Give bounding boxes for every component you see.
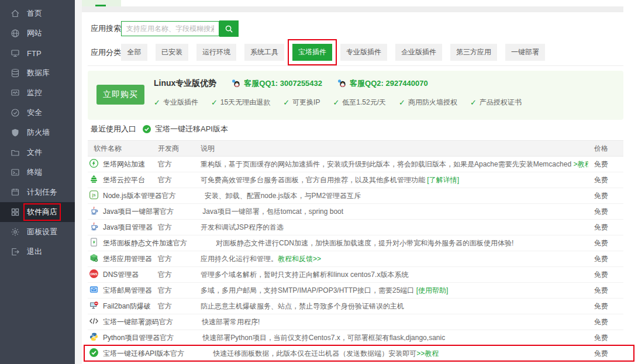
banner-title-row: Linux专业版优势 客服QQ1: 3007255432客服QQ2: 29274… bbox=[154, 78, 428, 89]
plugin-name-cell: 堡塔网站加速 bbox=[88, 158, 158, 170]
table-row[interactable]: Fail2ban防爆破官方防止恶意主机爆破服务、站点，禁止导致多个身份验证错误的… bbox=[88, 299, 623, 314]
plugin-developer: 官方 bbox=[158, 223, 201, 233]
active-tab-remnant[interactable] bbox=[82, 0, 121, 6]
banner-title: Linux专业版优势 bbox=[154, 78, 216, 89]
feature-label: 专业版插件 bbox=[163, 98, 198, 108]
category-system-tools[interactable]: 系统工具 bbox=[244, 44, 284, 61]
description-link[interactable]: 教程和反馈>> bbox=[278, 255, 321, 263]
feature-label: 产品授权证书 bbox=[480, 98, 522, 108]
sidebar-item-website[interactable]: 网站 bbox=[0, 23, 75, 43]
main-content: 应用搜索 应用分类 全部已安装运行环境系统工具宝塔插件专业版插件企业版插件第三方… bbox=[82, 0, 638, 364]
banner-feature-row: ✓专业版插件✓15天无理由退款✓可更换IP✓低至1.52元/天✓商用防火墙授权✓… bbox=[154, 98, 522, 108]
plugin-developer: 官方 bbox=[158, 286, 201, 296]
table-row[interactable]: Python项目管理器官方快速部署Python项目，当前仅支持Centos7.x… bbox=[88, 330, 623, 346]
category-enterprise-plugin[interactable]: 企业版插件 bbox=[395, 44, 442, 61]
plugin-name-cell: 宝塔一键迁移API版本 bbox=[88, 348, 170, 359]
dns-icon: DNS bbox=[89, 269, 99, 280]
qq-contact[interactable]: 客服QQ2: 2927440070 bbox=[337, 78, 428, 89]
table-row[interactable]: Java项目一键部署官方Java项目一键部署，包括tomcat，spring b… bbox=[88, 204, 623, 220]
speed-icon bbox=[89, 158, 99, 170]
sidebar-item-logout[interactable]: 退出 bbox=[0, 242, 75, 262]
sidebar-item-label: 文件 bbox=[27, 147, 42, 158]
description-text: 开发和调试JSP程序的首选 bbox=[201, 223, 284, 231]
category-bt-plugin[interactable]: 宝塔插件 bbox=[292, 44, 332, 61]
plugin-name-cell: Java项目管理器 bbox=[88, 221, 158, 233]
check-icon: ✓ bbox=[470, 98, 477, 107]
sidebar-scrollbar[interactable] bbox=[75, 0, 82, 364]
plugin-description: 防止恶意主机爆破服务、站点，禁止导致多个身份验证错误的主机 bbox=[201, 301, 588, 311]
table-row[interactable]: 宝塔一键迁移API版本官方快速迁移面板数据，此版本仅在迁出机器（发送数据端）安装… bbox=[88, 346, 623, 362]
plugin-developer: 官方 bbox=[158, 254, 201, 264]
feature-label: 低至1.52元/天 bbox=[342, 98, 386, 108]
files-icon bbox=[11, 148, 20, 157]
plugin-name-cell: Java项目一键部署 bbox=[88, 206, 160, 217]
category-one-click-deploy[interactable]: 一键部署 bbox=[505, 44, 545, 61]
mail-icon bbox=[89, 285, 99, 296]
plugin-name: Python项目管理器 bbox=[103, 333, 160, 343]
table-row[interactable]: 宝塔一键部署源码官方快速部署常用程序!免费 bbox=[88, 314, 623, 330]
sidebar-item-label: FTP bbox=[27, 49, 42, 58]
plugin-name: 宝塔一键部署源码 bbox=[103, 317, 159, 327]
description-link[interactable]: >>教程 bbox=[416, 349, 439, 358]
table-row[interactable]: Java项目管理器官方开发和调试JSP程序的首选免费 bbox=[88, 220, 623, 235]
sidebar-item-label: 网站 bbox=[27, 28, 42, 39]
sidebar-item-panel-settings[interactable]: 面板设置 bbox=[0, 222, 75, 242]
bt-panel-app: 首页网站FTP数据库监控安全防火墙文件终端计划任务软件商店面板设置退出 应用搜索… bbox=[0, 0, 638, 364]
category-installed[interactable]: 已安装 bbox=[156, 44, 188, 61]
check-icon: ✓ bbox=[154, 98, 160, 107]
plugin-developer: 官方 bbox=[159, 317, 202, 327]
qq-contact[interactable]: 客服QQ1: 3007255432 bbox=[232, 78, 322, 89]
description-link[interactable]: [了解详情] bbox=[425, 176, 459, 184]
plugin-developer: 官方 bbox=[160, 207, 202, 217]
plugin-description: 快速部署Python项目，当前仅支持Centos7.x，可部署框架有flask,… bbox=[202, 333, 588, 343]
recent-entry-text: 宝塔一键迁移API版本 bbox=[155, 124, 228, 134]
category-runtime[interactable]: 运行环境 bbox=[196, 44, 236, 61]
recent-entry-item[interactable]: 宝塔一键迁移API版本 bbox=[142, 124, 228, 134]
terminal-icon bbox=[11, 168, 20, 177]
feature-label: 可更换IP bbox=[292, 98, 320, 108]
plugin-price: 免费 bbox=[588, 286, 623, 296]
plugin-price: 免费 bbox=[588, 175, 623, 185]
sidebar-item-app-store[interactable]: 软件商店 bbox=[0, 202, 75, 222]
sidebar-item-security[interactable]: 安全 bbox=[0, 103, 75, 123]
sidebar-item-label: 数据库 bbox=[27, 68, 50, 78]
description-link[interactable]: [使用帮助] bbox=[414, 286, 448, 294]
table-row[interactable]: jsNode.js版本管理器官方安装、卸载、配置node.js版本，与PM2管理… bbox=[88, 188, 623, 204]
sidebar-item-ftp[interactable]: FTP bbox=[0, 43, 75, 63]
sidebar-item-monitor[interactable]: 监控 bbox=[0, 83, 75, 103]
table-row[interactable]: 堡塔应用管理器官方应用持久化运行和管理。教程和反馈>>免费 bbox=[88, 251, 623, 267]
plugin-price: 免费 bbox=[588, 191, 623, 201]
plugin-price: 免费 bbox=[588, 333, 623, 343]
category-third-party[interactable]: 第三方应用 bbox=[450, 44, 497, 61]
sidebar-item-home[interactable]: 首页 bbox=[0, 4, 75, 23]
java-icon bbox=[89, 206, 99, 217]
category-all[interactable]: 全部 bbox=[121, 44, 147, 61]
search-input[interactable] bbox=[121, 21, 219, 36]
plugin-name: 堡塔应用管理器 bbox=[103, 254, 152, 264]
table-row[interactable]: 宝塔邮局管理器官方多域，多用户邮局，支持SMTP/IMAP/POP3/HTTP接… bbox=[88, 283, 623, 299]
java-icon bbox=[89, 221, 99, 233]
table-row[interactable]: 堡塔网站加速官方重构版，基于页面缓存的网站加速插件，安装或升级到此版本，将会卸载… bbox=[88, 157, 623, 172]
plugin-description: 应用持久化运行和管理。教程和反馈>> bbox=[201, 254, 588, 264]
description-link[interactable]: >教程 bbox=[571, 160, 588, 168]
table-row[interactable]: 堡塔面板静态文件加速官方对面板静态文件进行CDN加速，加快面板加载速度，提升对小… bbox=[88, 235, 623, 251]
sidebar-item-firewall[interactable]: 防火墙 bbox=[0, 123, 75, 143]
table-body: 堡塔网站加速官方重构版，基于页面缓存的网站加速插件，安装或升级到此版本，将会卸载… bbox=[88, 157, 623, 362]
sidebar-item-cron[interactable]: 计划任务 bbox=[0, 182, 75, 202]
description-text: 多域，多用户邮局，支持SMTP/IMAP/POP3/HTTP接口，需要25端口 bbox=[201, 286, 414, 294]
sidebar-item-files[interactable]: 文件 bbox=[0, 143, 75, 162]
table-row[interactable]: DNSDNS管理器官方管理多个域名解析，暂时只支持正向解析和linux cent… bbox=[88, 267, 623, 283]
plugin-price: 免费 bbox=[588, 254, 623, 264]
sidebar-item-terminal[interactable]: 终端 bbox=[0, 162, 75, 182]
category-pro-plugin[interactable]: 专业版插件 bbox=[340, 44, 387, 61]
description-text: 可免费高效管理多台服务器面板，官方自用推荐，以及其他多机管理功能 bbox=[201, 176, 425, 184]
description-text: 管理多个域名解析，暂时只支持正向解析和linux centos7.x版本系统 bbox=[201, 271, 408, 279]
plugin-description: 对面板静态文件进行CDN加速，加快面板加载速度，提升对小带宽和海外服务器的面板使… bbox=[216, 238, 588, 248]
sidebar-item-label: 首页 bbox=[27, 8, 42, 19]
search-button[interactable] bbox=[219, 20, 239, 37]
buy-now-button[interactable]: 立即购买 bbox=[96, 85, 144, 105]
firewall-icon bbox=[11, 128, 20, 137]
sidebar-item-database[interactable]: 数据库 bbox=[0, 63, 75, 83]
app-category-label: 应用分类 bbox=[91, 47, 121, 58]
table-row[interactable]: 堡塔云控平台官方可免费高效管理多台服务器面板，官方自用推荐，以及其他多机管理功能… bbox=[88, 172, 623, 188]
